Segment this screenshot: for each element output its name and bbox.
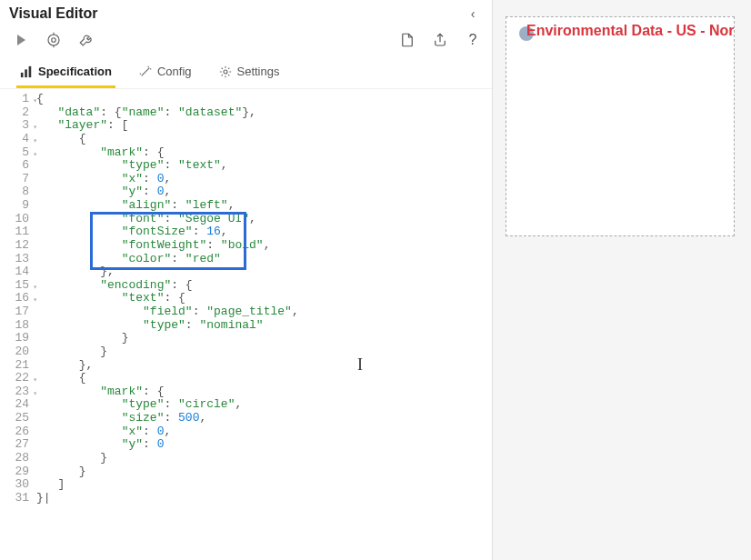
svg-point-1 xyxy=(52,38,56,43)
tab-settings-label: Settings xyxy=(237,65,280,78)
line-gutter: 1▾23▾4▾5▾6789101112131415▾16▾17181920212… xyxy=(0,93,36,560)
editor-pane: Visual Editor ‹ ? xyxy=(0,0,493,560)
code-area[interactable]: { "data": {"name": "dataset"}, "layer": … xyxy=(36,93,492,560)
toolbar: ? xyxy=(0,26,492,54)
preview-canvas[interactable]: Environmental Data - US - Northe xyxy=(506,16,735,236)
chart-icon xyxy=(20,65,33,78)
play-icon[interactable] xyxy=(13,32,29,48)
new-file-icon[interactable] xyxy=(399,32,416,48)
panel-title: Visual Editor xyxy=(9,5,98,22)
share-icon[interactable] xyxy=(432,32,448,48)
collapse-icon[interactable]: ‹ xyxy=(465,6,481,21)
target-icon[interactable] xyxy=(45,32,62,48)
header: Visual Editor ‹ xyxy=(0,0,492,26)
tab-settings[interactable]: Settings xyxy=(215,59,284,88)
help-icon[interactable]: ? xyxy=(465,32,481,48)
tab-specification[interactable]: Specification xyxy=(16,59,115,88)
svg-point-0 xyxy=(48,35,59,45)
preview-title-text: Environmental Data - US - Northe xyxy=(526,23,735,39)
gear-icon xyxy=(219,65,232,78)
wand-icon xyxy=(139,65,152,78)
svg-rect-4 xyxy=(21,72,24,76)
tab-spec-label: Specification xyxy=(38,65,112,78)
wrench-icon[interactable] xyxy=(78,32,95,48)
code-editor[interactable]: 1▾23▾4▾5▾6789101112131415▾16▾17181920212… xyxy=(0,89,492,560)
svg-point-7 xyxy=(223,69,226,73)
tab-config-label: Config xyxy=(157,65,192,78)
tab-config[interactable]: Config xyxy=(135,59,195,88)
tabs: Specification Config Settings xyxy=(0,54,492,89)
preview-pane: Environmental Data - US - Northe xyxy=(493,0,751,560)
svg-rect-5 xyxy=(25,69,27,77)
svg-rect-6 xyxy=(29,65,32,76)
